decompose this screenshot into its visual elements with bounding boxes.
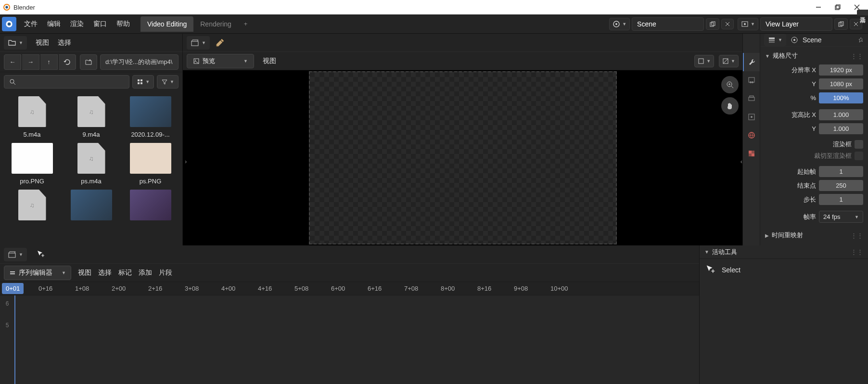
menu-help[interactable]: 帮助 (112, 17, 135, 31)
menu-render[interactable]: 渲染 (65, 17, 89, 31)
nav-up-button[interactable]: ↑ (40, 54, 58, 70)
maximize-button[interactable] (833, 3, 842, 12)
overlay-dropdown[interactable]: ▼ (694, 55, 714, 67)
blender-menu-button[interactable] (2, 17, 16, 31)
prop-tab-texture[interactable] (743, 144, 760, 163)
file-item[interactable]: ps.PNG (123, 143, 178, 185)
minimize-button[interactable] (814, 3, 823, 12)
viewlayer-delete-button[interactable] (850, 19, 862, 29)
preview-panel: ▼ 预览 ▼ 视图 ▼ ▼ › ‹ (183, 34, 743, 245)
expand-right-icon[interactable]: ‹ (740, 158, 742, 165)
preview-mode-dropdown[interactable]: 预览 ▼ (187, 54, 254, 68)
svg-point-39 (750, 81, 752, 83)
seq-menu-marker[interactable]: 标记 (118, 269, 132, 277)
prop-tab-render[interactable] (743, 53, 760, 71)
seq-menu-strip[interactable]: 片段 (159, 269, 172, 277)
svg-rect-47 (749, 151, 752, 154)
scene-copy-button[interactable] (706, 18, 719, 30)
file-item[interactable]: 2020.12.09-... (123, 96, 178, 138)
sequencer-editor-type[interactable]: ▼ (4, 248, 27, 261)
nav-newfolder-button[interactable] (80, 54, 97, 70)
channels-dropdown[interactable]: ▼ (719, 55, 739, 67)
viewlayer-name-input[interactable] (760, 17, 832, 31)
preview-editor-type[interactable]: ▼ (187, 36, 210, 50)
frame-step-input[interactable]: 1 (819, 194, 863, 205)
select-tool-button[interactable] (32, 247, 50, 262)
expand-left-icon[interactable]: › (185, 158, 187, 165)
chevron-down-icon: ▼ (145, 79, 150, 84)
frame-start-input[interactable]: 1 (819, 166, 863, 177)
border-checkbox[interactable] (855, 140, 863, 149)
display-mode-dropdown[interactable]: ▼ (132, 75, 154, 89)
scene-delete-button[interactable] (721, 19, 734, 29)
panel-options-icon[interactable]: ⋮⋮ (851, 232, 863, 239)
prop-tab-viewlayer[interactable] (743, 90, 760, 108)
workspace-tab-rendering[interactable]: Rendering (193, 16, 238, 32)
viewlayer-browse-dropdown[interactable]: ▼ (738, 18, 758, 30)
playhead[interactable] (14, 295, 15, 384)
resolution-x-input[interactable]: 1920 px (819, 64, 863, 76)
fb-menu-view[interactable]: 视图 (36, 38, 49, 47)
path-input[interactable]: d:\学习\经...的动画\mp4\ (100, 54, 179, 70)
fb-menu-select[interactable]: 选择 (58, 38, 71, 47)
panel-header-remap[interactable]: ▶ 时间重映射 ⋮⋮ (760, 228, 868, 243)
timeline[interactable]: 0+01 0+16 1+08 2+00 2+16 3+08 4+00 4+16 … (0, 282, 699, 384)
file-item[interactable]: ♫9.m4a (64, 96, 118, 138)
prop-tab-output[interactable] (743, 71, 760, 90)
sidebar-tab-tool[interactable]: 活动工具 (857, 10, 868, 15)
file-item[interactable]: ♫5.m4a (5, 96, 59, 138)
filter-dropdown[interactable]: ▼ (157, 75, 179, 89)
chevron-down-icon: ▼ (243, 59, 248, 64)
zoom-button[interactable] (721, 76, 739, 93)
frame-end-input[interactable]: 250 (819, 180, 863, 191)
filebrowser-editor-type[interactable]: ▼ (4, 36, 27, 50)
preview-canvas[interactable]: › ‹ (183, 70, 742, 245)
fps-dropdown[interactable]: 24 fps▼ (819, 211, 863, 223)
file-item[interactable]: ♫ps.m4a (64, 143, 118, 185)
menu-file[interactable]: 文件 (19, 17, 42, 31)
sequencer-mode-dropdown[interactable]: 序列编辑器 ▼ (4, 266, 71, 280)
scene-browse-dropdown[interactable]: ▼ (609, 18, 630, 30)
workspace-add-button[interactable]: + (238, 16, 254, 32)
timeline-ruler[interactable]: 0+01 0+16 1+08 2+00 2+16 3+08 4+00 4+16 … (0, 282, 699, 295)
seq-menu-select[interactable]: 选择 (98, 269, 112, 277)
nav-back-button[interactable]: ← (4, 54, 21, 70)
preview-checkerboard (309, 71, 617, 244)
aspect-x-input[interactable]: 1.000 (819, 109, 863, 120)
nav-refresh-button[interactable] (59, 54, 76, 70)
workspace-tab-video-editing[interactable]: Video Editing (140, 16, 193, 32)
viewlayer-copy-button[interactable] (834, 18, 848, 30)
seq-menu-view[interactable]: 视图 (78, 269, 91, 277)
menu-window[interactable]: 窗口 (89, 17, 112, 31)
file-search-input[interactable] (4, 75, 129, 89)
file-item[interactable]: pro.PNG (5, 143, 59, 185)
scene-name-input[interactable] (632, 17, 704, 31)
aspect-y-input[interactable]: 1.000 (819, 123, 863, 134)
panel-options-icon[interactable]: ⋮⋮ (851, 248, 863, 256)
resolution-y-input[interactable]: 1080 px (819, 78, 863, 90)
file-item[interactable] (64, 190, 118, 224)
timeline-tracks[interactable]: 6 5 (0, 295, 699, 384)
preview-menu-view[interactable]: 视图 (259, 57, 280, 65)
pin-button[interactable] (857, 37, 864, 43)
svg-rect-28 (140, 82, 142, 84)
panel-header-dimensions[interactable]: ▼ 规格尺寸 ⋮⋮ (760, 49, 868, 63)
props-editor-type[interactable]: ▼ (764, 34, 786, 46)
nav-forward-button[interactable]: → (22, 54, 39, 70)
crop-checkbox[interactable] (855, 152, 863, 160)
file-item[interactable]: ♫ (5, 190, 59, 224)
pan-button[interactable] (721, 97, 739, 115)
panel-header-stereo[interactable]: ▶ 立体视法 ⋮⋮ (760, 243, 868, 245)
panel-options-icon[interactable]: ⋮⋮ (851, 52, 863, 60)
eyedropper-icon[interactable] (215, 38, 225, 48)
file-item[interactable] (123, 190, 178, 224)
seq-menu-add[interactable]: 添加 (139, 269, 152, 277)
prop-tab-world[interactable] (743, 126, 760, 144)
sidebar-panel-header[interactable]: ▼ 活动工具 ⋮⋮ (700, 245, 868, 259)
chevron-down-icon: ▼ (622, 22, 626, 26)
pin-icon (857, 37, 864, 43)
resolution-pct-input[interactable]: 100% (819, 92, 863, 103)
menu-edit[interactable]: 编辑 (42, 17, 65, 31)
prop-tab-scene[interactable] (743, 108, 760, 126)
current-frame-indicator[interactable]: 0+01 (2, 283, 24, 294)
